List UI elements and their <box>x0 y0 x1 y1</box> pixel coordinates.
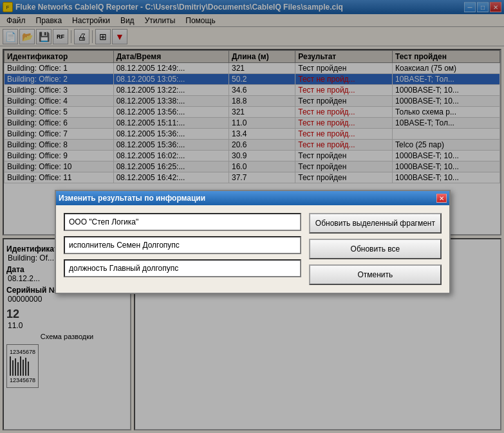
modal-input-3[interactable] <box>64 259 301 277</box>
modal-inputs <box>64 213 301 285</box>
modal-buttons: Обновить выделенный фрагмент Обновить вс… <box>309 213 442 285</box>
modal-body: Обновить выделенный фрагмент Обновить вс… <box>56 205 449 293</box>
modal-title-bar: Изменить результаты по информации ✕ <box>56 191 449 205</box>
modal-overlay: Изменить результаты по информации ✕ Обно… <box>0 0 504 433</box>
cancel-button[interactable]: Отменить <box>309 264 442 285</box>
modal-input-2[interactable] <box>64 236 301 254</box>
update-all-button[interactable]: Обновить все <box>309 239 442 259</box>
update-selected-button[interactable]: Обновить выделенный фрагмент <box>309 213 442 234</box>
modal-dialog: Изменить результаты по информации ✕ Обно… <box>55 190 451 294</box>
modal-title: Изменить результаты по информации <box>59 194 205 203</box>
modal-input-1[interactable] <box>64 213 301 231</box>
modal-close-button[interactable]: ✕ <box>436 194 447 203</box>
